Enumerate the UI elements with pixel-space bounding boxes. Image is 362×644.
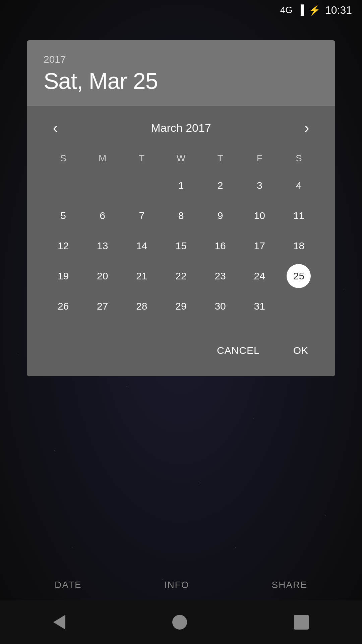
day-16[interactable]: 16	[208, 234, 232, 258]
prev-month-button[interactable]: ‹	[44, 116, 67, 140]
nav-bar	[0, 600, 362, 644]
day-cell-3[interactable]: 3	[240, 170, 279, 201]
day-7[interactable]: 7	[130, 204, 154, 228]
day-30[interactable]: 30	[208, 294, 232, 318]
signal-bars-icon: ▐	[297, 5, 304, 15]
day-12[interactable]: 12	[51, 234, 75, 258]
day-cell-2[interactable]: 2	[201, 170, 240, 201]
weekday-header-sun: S	[44, 150, 83, 170]
day-cell-22[interactable]: 22	[161, 261, 200, 291]
weekday-header-fri: F	[240, 150, 279, 170]
day-22[interactable]: 22	[169, 264, 193, 288]
day-cell-25[interactable]: 25	[279, 261, 318, 291]
selected-date-label: Sat, Mar 25	[44, 68, 318, 94]
day-cell-8[interactable]: 8	[161, 201, 200, 231]
day-cell-31[interactable]: 31	[240, 291, 279, 321]
day-cell-12[interactable]: 12	[44, 231, 83, 261]
day-cell-23[interactable]: 23	[201, 261, 240, 291]
day-13[interactable]: 13	[90, 234, 115, 258]
day-cell	[122, 170, 161, 201]
day-cell-13[interactable]: 13	[83, 231, 122, 261]
month-label: March 2017	[151, 121, 211, 135]
day-cell-9[interactable]: 9	[201, 201, 240, 231]
day-cell-27[interactable]: 27	[83, 291, 122, 321]
tab-info[interactable]: INFO	[151, 573, 203, 597]
day-8[interactable]: 8	[169, 204, 193, 228]
day-29[interactable]: 29	[169, 294, 193, 318]
day-4[interactable]: 4	[287, 173, 311, 198]
day-cell-28[interactable]: 28	[122, 291, 161, 321]
day-cell-17[interactable]: 17	[240, 231, 279, 261]
home-icon	[172, 615, 187, 630]
next-month-button[interactable]: ›	[295, 116, 318, 140]
day-cell-29[interactable]: 29	[161, 291, 200, 321]
back-icon	[53, 615, 65, 630]
clock: 10:31	[325, 4, 352, 16]
day-cell-5[interactable]: 5	[44, 201, 83, 231]
weekday-header-mon: M	[83, 150, 122, 170]
status-bar: 4G ▐ ⚡ 10:31	[0, 0, 362, 20]
day-cell-16[interactable]: 16	[201, 231, 240, 261]
day-23[interactable]: 23	[208, 264, 232, 288]
day-cell-1[interactable]: 1	[161, 170, 200, 201]
day-5[interactable]: 5	[51, 204, 75, 228]
back-button[interactable]	[53, 615, 65, 630]
day-cell-21[interactable]: 21	[122, 261, 161, 291]
home-button[interactable]	[172, 615, 187, 630]
day-6[interactable]: 6	[90, 204, 115, 228]
day-cell-10[interactable]: 10	[240, 201, 279, 231]
day-1[interactable]: 1	[169, 173, 193, 198]
day-25[interactable]: 25	[287, 264, 311, 288]
day-cell-26[interactable]: 26	[44, 291, 83, 321]
day-10[interactable]: 10	[247, 204, 272, 228]
bottom-tab-bar: DATE INFO SHARE	[0, 573, 362, 597]
tab-share[interactable]: SHARE	[258, 573, 321, 597]
day-cell-19[interactable]: 19	[44, 261, 83, 291]
day-27[interactable]: 27	[90, 294, 115, 318]
day-14[interactable]: 14	[130, 234, 154, 258]
day-18[interactable]: 18	[287, 234, 311, 258]
day-cell	[83, 170, 122, 201]
day-26[interactable]: 26	[51, 294, 75, 318]
year-label: 2017	[44, 54, 318, 65]
recents-button[interactable]	[294, 615, 309, 630]
date-picker-dialog: 2017 Sat, Mar 25 ‹ March 2017 › S M T W …	[27, 40, 335, 376]
month-nav: ‹ March 2017 ›	[44, 116, 318, 140]
day-11[interactable]: 11	[287, 204, 311, 228]
day-cell-14[interactable]: 14	[122, 231, 161, 261]
signal-icon: 4G	[280, 5, 293, 15]
tab-date[interactable]: DATE	[41, 573, 95, 597]
day-cell-20[interactable]: 20	[83, 261, 122, 291]
recents-icon	[294, 615, 309, 630]
day-9[interactable]: 9	[208, 204, 232, 228]
calendar-body: ‹ March 2017 › S M T W T F S 1 2 3 4 5 6…	[27, 106, 335, 321]
day-2[interactable]: 2	[208, 173, 232, 198]
day-cell-6[interactable]: 6	[83, 201, 122, 231]
calendar-grid: S M T W T F S 1 2 3 4 5 6 7 8 9 10 11 12	[44, 150, 318, 321]
day-21[interactable]: 21	[130, 264, 154, 288]
day-cell-7[interactable]: 7	[122, 201, 161, 231]
cancel-button[interactable]: CANCEL	[203, 338, 273, 363]
battery-icon: ⚡	[309, 5, 320, 16]
weekday-header-sat: S	[279, 150, 318, 170]
day-cell-4[interactable]: 4	[279, 170, 318, 201]
day-20[interactable]: 20	[90, 264, 115, 288]
day-15[interactable]: 15	[169, 234, 193, 258]
day-cell-30[interactable]: 30	[201, 291, 240, 321]
day-17[interactable]: 17	[247, 234, 272, 258]
weekday-header-tue: T	[122, 150, 161, 170]
day-24[interactable]: 24	[247, 264, 272, 288]
day-19[interactable]: 19	[51, 264, 75, 288]
day-28[interactable]: 28	[130, 294, 154, 318]
day-cell-24[interactable]: 24	[240, 261, 279, 291]
day-3[interactable]: 3	[247, 173, 272, 198]
day-31[interactable]: 31	[247, 294, 272, 318]
weekday-header-thu: T	[201, 150, 240, 170]
day-cell-15[interactable]: 15	[161, 231, 200, 261]
dialog-header: 2017 Sat, Mar 25	[27, 40, 335, 106]
day-cell	[44, 170, 83, 201]
day-cell-11[interactable]: 11	[279, 201, 318, 231]
ok-button[interactable]: OK	[280, 338, 322, 363]
day-cell-18[interactable]: 18	[279, 231, 318, 261]
dialog-actions: CANCEL OK	[27, 328, 335, 376]
